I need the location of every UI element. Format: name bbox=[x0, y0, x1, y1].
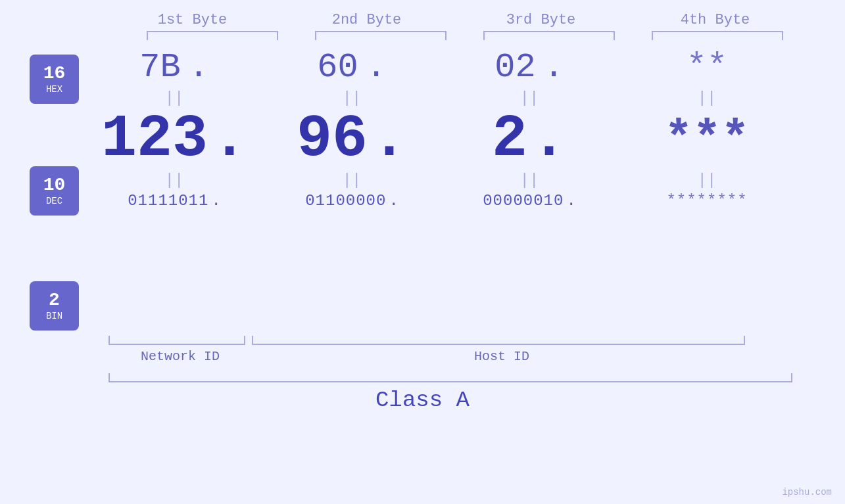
segment-labels: Network ID Host ID bbox=[0, 349, 845, 364]
hex-byte4: ** bbox=[687, 48, 727, 87]
bin-dot1: . bbox=[211, 192, 220, 210]
bottom-brackets-row bbox=[0, 336, 845, 345]
bin-byte1: 01111011 bbox=[128, 192, 208, 210]
eq1-4: || bbox=[625, 89, 789, 107]
network-id-label: Network ID bbox=[109, 349, 252, 364]
hex-byte1: 7B bbox=[139, 48, 180, 87]
bin-byte4: ******** bbox=[666, 192, 747, 210]
hex-badge-label: HEX bbox=[46, 84, 62, 95]
dec-byte1: 123 bbox=[101, 110, 208, 169]
dec-dot1: . bbox=[212, 110, 247, 169]
byte-header-1: 1st Byte bbox=[105, 12, 279, 28]
bracket-byte-2 bbox=[315, 31, 447, 40]
bin-dot2: . bbox=[389, 192, 398, 210]
bin-badge-label: BIN bbox=[46, 311, 62, 321]
bracket-byte-4 bbox=[652, 31, 783, 40]
bin-byte3: 00000010 bbox=[483, 192, 564, 210]
bin-badge: 2 BIN bbox=[30, 281, 79, 331]
host-id-label: Host ID bbox=[252, 349, 752, 364]
dec-dot3: . bbox=[531, 110, 567, 169]
hex-dot2: . bbox=[366, 48, 387, 87]
eq1-3: || bbox=[447, 89, 612, 107]
network-id-bracket bbox=[109, 336, 245, 345]
dec-byte4: *** bbox=[664, 116, 750, 163]
class-label-container: Class A bbox=[0, 388, 845, 413]
bin-row: 01111011 . 01100000 . 00000010 . *******… bbox=[85, 192, 796, 210]
dec-row: 123 . 96 . 2 . *** bbox=[85, 110, 796, 169]
hex-badge-number: 16 bbox=[43, 64, 66, 84]
values-grid: 7B . 60 . 02 . ** || || || bbox=[79, 48, 845, 331]
badges-column: 16 HEX 10 DEC 2 BIN bbox=[0, 48, 79, 331]
byte-headers-row: 1st Byte 2nd Byte 3rd Byte 4th Byte bbox=[0, 0, 845, 28]
hex-dot3: . bbox=[544, 48, 564, 87]
host-id-bracket bbox=[252, 336, 745, 345]
eq2-4: || bbox=[625, 172, 789, 189]
hex-byte3: 02 bbox=[495, 48, 535, 87]
eq1-2: || bbox=[270, 89, 434, 107]
dec-badge-number: 10 bbox=[43, 175, 66, 196]
bracket-byte-3 bbox=[483, 31, 615, 40]
eq2-2: || bbox=[270, 172, 434, 189]
class-label: Class A bbox=[375, 388, 470, 413]
class-bracket bbox=[109, 373, 792, 382]
dec-dot2: . bbox=[372, 110, 407, 169]
page: 1st Byte 2nd Byte 3rd Byte 4th Byte 16 H… bbox=[0, 0, 845, 504]
hex-byte2: 60 bbox=[317, 48, 358, 87]
hex-row: 7B . 60 . 02 . ** bbox=[85, 48, 796, 87]
byte-header-2: 2nd Byte bbox=[279, 12, 454, 28]
bracket-byte-1 bbox=[147, 31, 278, 40]
eq2-1: || bbox=[92, 172, 256, 189]
bin-dot3: . bbox=[566, 192, 575, 210]
eq1-1: || bbox=[92, 89, 256, 107]
hex-dot1: . bbox=[189, 48, 209, 87]
byte-header-3: 3rd Byte bbox=[454, 12, 628, 28]
dec-byte2: 96 bbox=[297, 110, 368, 169]
watermark: ipshu.com bbox=[782, 487, 832, 497]
hex-badge: 16 HEX bbox=[30, 55, 79, 104]
byte-header-4: 4th Byte bbox=[628, 12, 802, 28]
equals-row-2: || || || || bbox=[85, 172, 796, 189]
bin-badge-number: 2 bbox=[49, 290, 60, 311]
equals-row-1: || || || || bbox=[85, 89, 796, 107]
class-bracket-container bbox=[109, 373, 792, 382]
dec-badge: 10 DEC bbox=[30, 166, 79, 216]
eq2-3: || bbox=[447, 172, 612, 189]
dec-badge-label: DEC bbox=[46, 196, 62, 206]
dec-byte3: 2 bbox=[492, 110, 527, 169]
bin-byte2: 01100000 bbox=[305, 192, 386, 210]
